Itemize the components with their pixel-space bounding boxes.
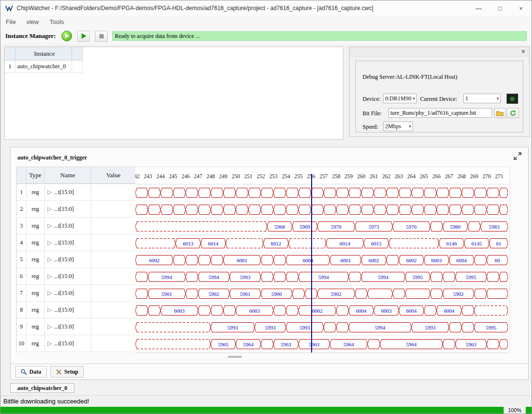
start-capture-button[interactable] (61, 31, 72, 41)
signal-name-cell[interactable]: ▷...t[15:0] (45, 268, 92, 285)
instance-bottom-tab[interactable]: auto_chipwatcher_0 (10, 383, 74, 393)
signal-name-cell[interactable]: ▷...t[15:0] (45, 184, 92, 201)
signal-name-cell[interactable]: ▷...t[15:0] (45, 318, 92, 335)
wave-row[interactable] (135, 188, 508, 202)
signal-index: 7 (17, 285, 26, 302)
expand-signal-icon[interactable]: ▷ (48, 273, 52, 280)
signal-name-cell[interactable]: ▷...t[15:0] (45, 234, 92, 251)
expand-signal-icon[interactable]: ▷ (48, 189, 52, 196)
signal-name-cell[interactable]: ▷...t[15:0] (45, 335, 92, 352)
horizontal-scrollbar-thumb[interactable] (228, 356, 242, 358)
bit-file-input[interactable] (388, 108, 492, 118)
browse-bit-file-button[interactable] (494, 108, 506, 118)
signal-name-cell[interactable]: ▷...t[15:0] (45, 201, 92, 218)
signal-row[interactable]: 7reg▷...t[15:0] (17, 285, 135, 302)
signal-row[interactable]: 8reg▷...t[15:0] (17, 302, 135, 318)
wave-row[interactable]: 590159025901590059025902 (135, 289, 508, 303)
fullscreen-icon[interactable] (514, 152, 521, 162)
bus-value-label: 6004 (456, 257, 467, 263)
signal-index: 10 (17, 335, 26, 352)
instance-row[interactable]: 1 auto_chipwatcher_0 (5, 61, 343, 73)
tab-data[interactable]: Data (15, 366, 47, 377)
wave-row[interactable]: 6003600360026004600360046004 (135, 306, 508, 319)
run-button[interactable] (77, 31, 90, 42)
expand-signal-icon[interactable]: ▷ (48, 239, 52, 246)
bus-value-label: 6003 (381, 308, 392, 314)
refresh-icon (509, 110, 517, 117)
download-bitfile-button[interactable] (507, 108, 519, 118)
wave-row[interactable]: 5994599459935994599459955995 (135, 272, 508, 286)
time-tick: 258 (330, 173, 342, 179)
bus-value-label: 5983 (489, 224, 500, 230)
expand-signal-icon[interactable]: ▷ (48, 323, 52, 330)
window-close-button[interactable]: × (510, 0, 532, 16)
tab-data-label: Data (29, 368, 41, 376)
menu-item-file[interactable]: File (0, 18, 21, 25)
signal-name: ...t[15:0] (54, 206, 74, 213)
wave-row[interactable]: 5965596459635963596459645963 (135, 340, 508, 353)
bus-value-label: 5994 (375, 325, 386, 330)
bus-value-label: 5963 (466, 341, 477, 347)
waveform-svg[interactable]: 5968596959705973597659805983601360146012… (135, 184, 508, 353)
signal-row[interactable]: 9reg▷...t[15:0] (17, 318, 135, 335)
menu-item-view[interactable]: view (21, 18, 44, 25)
time-tick: 259 (342, 173, 355, 179)
wave-row[interactable]: 6002600160006001600260026003600460 (135, 256, 508, 269)
speed-select[interactable]: 2Mbps ▾ (383, 122, 413, 131)
waveform-area[interactable]: 2422432442452462472482492502512522532542… (135, 167, 510, 353)
window-minimize-button[interactable]: — (468, 0, 489, 16)
signal-name-cell[interactable]: ▷...t[15:0] (45, 251, 92, 268)
device-panel-close-icon[interactable]: × (521, 48, 525, 55)
signal-row[interactable]: 10reg▷...t[15:0] (17, 335, 135, 352)
bus-value-label: 5993 (300, 325, 311, 330)
scan-device-button[interactable] (507, 94, 518, 104)
wave-row[interactable] (135, 205, 508, 219)
signal-row[interactable]: 2reg▷...t[15:0] (17, 201, 135, 218)
signal-row[interactable]: 5reg▷...t[15:0] (17, 251, 135, 268)
signal-row[interactable]: 4reg▷...t[15:0] (17, 234, 135, 251)
time-tick: 246 (180, 173, 192, 179)
signal-type: reg (26, 218, 45, 234)
signal-name: ...t[15:0] (54, 239, 74, 246)
bus-value-label: 6012 (271, 241, 281, 246)
signal-row[interactable]: 1reg▷...t[15:0] (17, 184, 135, 201)
signal-name: ...t[15:0] (54, 290, 74, 297)
signal-name-cell[interactable]: ▷...t[15:0] (45, 218, 92, 234)
window-maximize-button[interactable]: □ (489, 0, 510, 16)
expand-signal-icon[interactable]: ▷ (48, 290, 52, 297)
time-cursor[interactable] (311, 174, 312, 353)
device-select[interactable]: 0:DR1M90 ▾ (383, 94, 417, 103)
trigger-panel-title: auto_chipwatcher_0_trigger (17, 154, 87, 161)
instance-name[interactable]: auto_chipwatcher_0 (15, 61, 72, 73)
current-device-label: Current Device: (420, 96, 457, 103)
wave-row[interactable]: 601360146012601460156146614561 (135, 239, 508, 252)
bus-value-label: 5963 (309, 341, 320, 347)
bus-value-label: 5902 (453, 291, 464, 297)
current-device-select[interactable]: 1 ▾ (463, 94, 501, 103)
device-panel-titlebar: × (350, 47, 529, 57)
bus-value-label: 5970 (331, 224, 342, 230)
signal-value (91, 302, 135, 318)
bus-value-label: 61 (496, 241, 501, 246)
signal-name-cell[interactable]: ▷...t[15:0] (45, 285, 92, 302)
signal-value (91, 184, 135, 201)
wave-row[interactable]: 599359935993599459935995 (135, 323, 508, 336)
expand-signal-icon[interactable]: ▷ (48, 206, 52, 213)
tab-setup[interactable]: Setup (50, 366, 84, 377)
header-index (17, 167, 26, 183)
bus-value-label: 6004 (356, 308, 367, 314)
signal-row[interactable]: 6reg▷...t[15:0] (17, 268, 135, 285)
instance-extra-cell (72, 61, 83, 73)
menu-item-tools[interactable]: Tools (44, 18, 69, 25)
stop-button[interactable] (95, 31, 108, 42)
bus-value-label: 6001 (340, 257, 351, 263)
wave-row[interactable]: 5968596959705973597659805983 (135, 222, 508, 235)
expand-signal-icon[interactable]: ▷ (48, 222, 52, 230)
expand-signal-icon[interactable]: ▷ (48, 306, 52, 314)
app-logo-icon (5, 4, 13, 12)
signal-row[interactable]: 3reg▷...t[15:0] (17, 218, 135, 234)
signal-name-cell[interactable]: ▷...t[15:0] (45, 302, 92, 318)
expand-signal-icon[interactable]: ▷ (48, 256, 52, 263)
bus-value-label: 5993 (227, 325, 238, 330)
expand-signal-icon[interactable]: ▷ (48, 340, 52, 347)
